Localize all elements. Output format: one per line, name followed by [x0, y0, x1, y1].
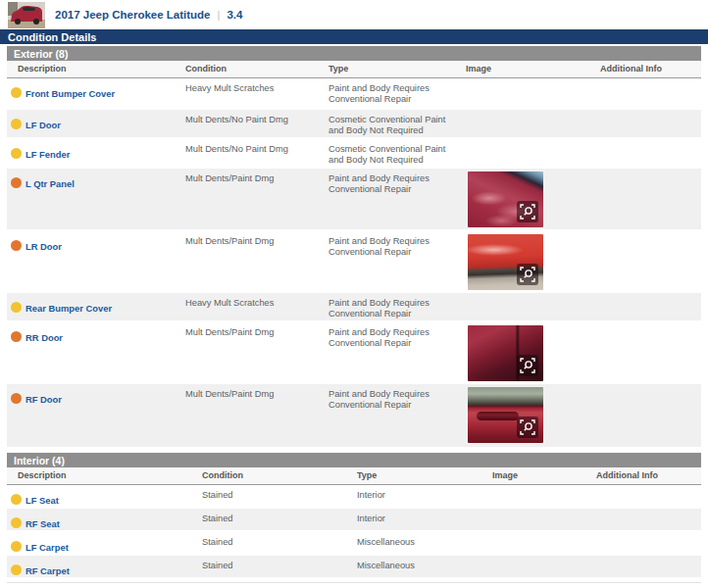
severity-dot	[11, 87, 22, 98]
column-header-description: Description	[7, 64, 185, 74]
condition-value: Heavy Mult Scratches	[185, 78, 329, 108]
description-link[interactable]: Front Bumper Cover	[25, 83, 115, 99]
interior-table: Description Condition Type Image Additio…	[7, 467, 701, 583]
description-link[interactable]: LF Fender	[25, 144, 70, 160]
exterior-table: Description Condition Type Image Additio…	[7, 61, 701, 449]
description-link[interactable]: LF Door	[25, 115, 61, 130]
image-cell	[466, 169, 600, 229]
image-cell	[492, 532, 596, 554]
section-header-exterior: Exterior (8)	[7, 46, 701, 61]
type-value: Miscellaneous	[357, 532, 492, 554]
condition-value: Mult Dents/No Paint Dmg	[185, 110, 329, 137]
column-header-description: Description	[7, 470, 202, 481]
description-link[interactable]: RF Seat	[25, 514, 60, 529]
description-link[interactable]: Rear Bumper Cover	[25, 298, 112, 314]
table-row: LF Door Mult Dents/No Paint Dmg Cosmetic…	[7, 110, 701, 139]
column-header-type: Type	[357, 470, 492, 481]
image-cell	[466, 293, 600, 320]
column-header-condition: Condition	[185, 64, 329, 74]
image-cell	[466, 231, 600, 291]
condition-value: Stained	[202, 556, 357, 577]
magnifier-icon[interactable]	[517, 264, 538, 285]
column-header-image: Image	[492, 470, 596, 481]
magnifier-icon[interactable]	[517, 201, 538, 222]
damage-photo-thumbnail[interactable]	[468, 387, 543, 443]
description-link[interactable]: RF Carpet	[25, 561, 70, 576]
vehicle-title-link[interactable]: 2017 Jeep Cherokee Latitude	[55, 9, 211, 21]
column-header-type: Type	[329, 64, 466, 74]
column-header-condition: Condition	[202, 470, 357, 481]
additional-info-value	[600, 169, 701, 229]
description-link[interactable]: LF Carpet	[25, 537, 69, 553]
additional-info-value	[596, 532, 701, 554]
severity-dot	[11, 517, 22, 528]
condition-value: Mult Dents/No Paint Dmg	[185, 139, 329, 167]
table-row: LF Fender Mult Dents/No Paint Dmg Cosmet…	[7, 139, 701, 169]
column-header-additional-info: Additional Info	[596, 470, 701, 481]
type-value: Paint and Body Requires Conventional Rep…	[329, 293, 466, 320]
table-row: RF Carpet Stained Miscellaneous	[7, 556, 701, 579]
severity-dot	[11, 240, 22, 251]
description-link[interactable]: RF Door	[25, 389, 62, 405]
severity-dot	[11, 494, 22, 505]
condition-details-header: Condition Details	[0, 29, 708, 44]
damage-photo-thumbnail[interactable]	[468, 234, 543, 290]
image-cell	[492, 509, 596, 530]
magnifier-icon[interactable]	[517, 416, 538, 438]
image-cell	[492, 485, 596, 507]
additional-info-value	[596, 485, 701, 507]
table-row: LF Carpet Stained Miscellaneous	[7, 532, 701, 556]
severity-dot	[11, 148, 22, 159]
magnifier-icon[interactable]	[517, 355, 538, 376]
type-value: Paint and Body Requires Conventional Rep…	[329, 384, 466, 447]
description-link[interactable]: L Qtr Panel	[25, 173, 75, 189]
description-link[interactable]: LR Door	[25, 236, 62, 252]
type-value: Paint and Body Requires Conventional Rep…	[329, 231, 466, 291]
severity-dot	[11, 393, 22, 404]
additional-info-value	[596, 509, 701, 530]
table-row: RR Door Mult Dents/Paint Dmg Paint and B…	[7, 322, 701, 384]
type-value: Paint and Body Requires Conventional Rep…	[329, 78, 466, 108]
section-header-interior: Interior (4)	[7, 453, 701, 467]
additional-info-value	[600, 231, 701, 291]
damage-photo-thumbnail[interactable]	[468, 325, 543, 381]
title-separator: |	[218, 9, 221, 21]
type-value: Miscellaneous	[357, 556, 492, 577]
image-cell	[466, 78, 600, 108]
type-value: Paint and Body Requires Conventional Rep…	[329, 322, 466, 382]
additional-info-value	[600, 384, 701, 447]
table-row: Front Bumper Cover Heavy Mult Scratches …	[7, 78, 701, 110]
severity-dot	[11, 541, 22, 552]
condition-value: Stained	[202, 532, 357, 554]
description-link[interactable]: LF Seat	[25, 490, 59, 506]
column-header-additional-info: Additional Info	[600, 64, 701, 74]
damage-photo-thumbnail[interactable]	[468, 172, 543, 227]
table-row: RF Seat Stained Interior	[7, 509, 701, 532]
condition-value: Mult Dents/Paint Dmg	[185, 384, 329, 447]
image-cell	[466, 322, 600, 382]
type-value: Interior	[357, 485, 492, 507]
severity-dot	[11, 302, 22, 313]
table-row: LF Seat Stained Interior	[7, 485, 701, 509]
vehicle-thumbnail[interactable]	[8, 2, 45, 28]
severity-dot	[11, 564, 22, 575]
table-row: LR Door Mult Dents/Paint Dmg Paint and B…	[7, 231, 701, 293]
table-bottom-divider	[7, 582, 701, 583]
additional-info-value	[600, 322, 701, 382]
severity-dot	[11, 177, 22, 188]
type-value: Paint and Body Requires Conventional Rep…	[329, 169, 466, 229]
condition-value: Mult Dents/Paint Dmg	[185, 231, 329, 291]
condition-value: Heavy Mult Scratches	[185, 293, 329, 320]
severity-dot	[11, 331, 22, 342]
condition-value: Mult Dents/Paint Dmg	[185, 322, 329, 382]
condition-value: Stained	[202, 485, 357, 507]
condition-value: Mult Dents/Paint Dmg	[185, 169, 329, 229]
additional-info-value	[600, 78, 701, 108]
table-row: Rear Bumper Cover Heavy Mult Scratches P…	[7, 293, 701, 322]
condition-value: Stained	[202, 509, 357, 530]
image-cell	[466, 139, 600, 167]
table-row: RF Door Mult Dents/Paint Dmg Paint and B…	[7, 384, 701, 449]
description-link[interactable]: RR Door	[25, 327, 63, 343]
additional-info-value	[600, 293, 701, 320]
type-value: Interior	[357, 509, 492, 530]
